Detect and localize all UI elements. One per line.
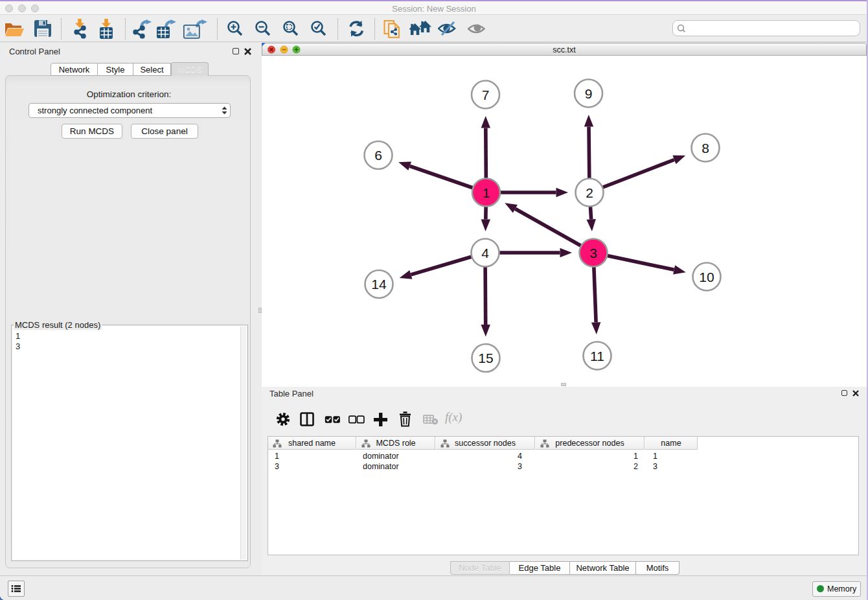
svg-text:1: 1 — [483, 185, 490, 200]
svg-text:7: 7 — [482, 87, 490, 102]
svg-text:6: 6 — [374, 148, 382, 163]
svg-text:8: 8 — [702, 141, 709, 156]
svg-text:9: 9 — [585, 86, 593, 101]
svg-text:3: 3 — [589, 246, 597, 260]
svg-text:2: 2 — [586, 185, 593, 200]
svg-text:10: 10 — [699, 270, 714, 284]
svg-text:14: 14 — [371, 277, 387, 292]
svg-text:11: 11 — [590, 349, 604, 363]
svg-text:4: 4 — [481, 246, 489, 260]
svg-text:15: 15 — [478, 351, 493, 365]
